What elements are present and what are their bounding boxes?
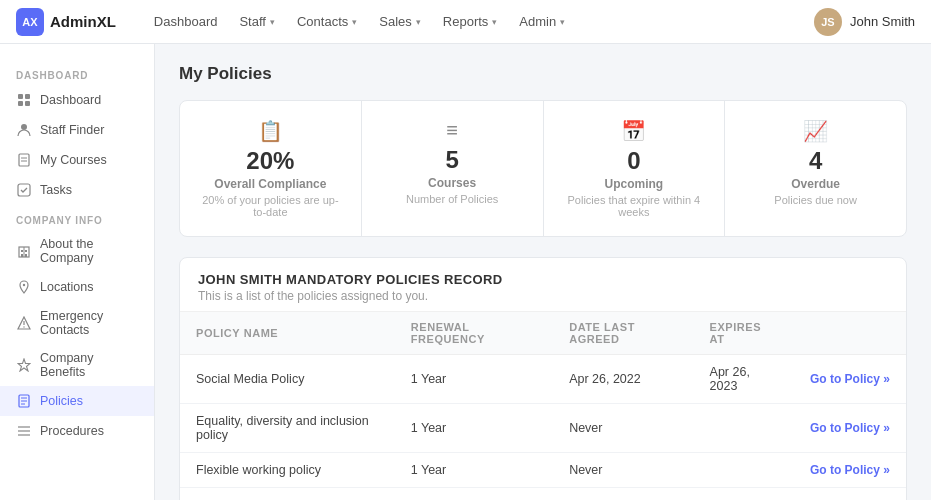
stat-sub-overdue: Policies due now (741, 194, 890, 206)
svg-rect-12 (25, 250, 27, 252)
svg-rect-0 (18, 94, 23, 99)
policies-table: POLICY NAME RENEWAL FREQUENCY DATE LAST … (180, 312, 906, 500)
svg-rect-11 (21, 250, 23, 252)
go-to-policy-button[interactable]: Go to Policy » (810, 421, 890, 435)
nav-staff[interactable]: Staff▾ (229, 0, 285, 44)
sidebar-item-staff-finder[interactable]: Staff Finder (0, 115, 154, 145)
sidebar-item-locations[interactable]: Locations (0, 272, 154, 302)
svg-point-15 (23, 284, 25, 286)
action-cell[interactable]: Go to Policy » (794, 488, 906, 501)
svg-marker-19 (18, 359, 30, 371)
svg-point-18 (23, 326, 24, 327)
stat-number-upcoming: 0 (560, 147, 709, 175)
svg-rect-5 (19, 154, 29, 166)
chevron-down-icon: ▾ (352, 17, 357, 27)
sidebar-section-dashboard: DASHBOARD (0, 60, 154, 85)
svg-rect-1 (25, 94, 30, 99)
policies-card: JOHN SMITH MANDATORY POLICIES RECORD Thi… (179, 257, 907, 500)
sidebar-item-company-benefits[interactable]: Company Benefits (0, 344, 154, 386)
stat-sub-upcoming: Policies that expire within 4 weeks (560, 194, 709, 218)
doc-icon (16, 393, 32, 409)
stat-label-compliance: Overall Compliance (196, 177, 345, 191)
nav-dashboard[interactable]: Dashboard (144, 0, 228, 44)
nav-admin[interactable]: Admin▾ (509, 0, 575, 44)
pin-icon (16, 279, 32, 295)
date-agreed-cell: Never (553, 404, 693, 453)
chevron-down-icon: ▾ (416, 17, 421, 27)
renewal-cell: 1 Year (395, 488, 553, 501)
renewal-cell: 1 Year (395, 404, 553, 453)
policy-name-cell: Equality, diversity and inclusion policy (180, 404, 395, 453)
logo-text: AdminXL (50, 13, 116, 30)
nav-contacts[interactable]: Contacts▾ (287, 0, 367, 44)
stat-label-overdue: Overdue (741, 177, 890, 191)
stat-label-upcoming: Upcoming (560, 177, 709, 191)
nav-sales[interactable]: Sales▾ (369, 0, 431, 44)
table-row: Flexible working policy 1 Year Never Go … (180, 453, 906, 488)
warning-icon (16, 315, 32, 331)
svg-rect-8 (18, 184, 30, 196)
action-cell[interactable]: Go to Policy » (794, 355, 906, 404)
policies-subtitle: This is a list of the policies assigned … (198, 289, 888, 303)
stat-number-compliance: 20% (196, 147, 345, 175)
action-cell[interactable]: Go to Policy » (794, 453, 906, 488)
policies-header: JOHN SMITH MANDATORY POLICIES RECORD Thi… (180, 258, 906, 312)
logo-icon: AX (16, 8, 44, 36)
col-header-action (794, 312, 906, 355)
svg-rect-3 (25, 101, 30, 106)
col-header-expires: EXPIRES AT (694, 312, 794, 355)
stat-card-compliance: 📋 20% Overall Compliance 20% of your pol… (180, 101, 362, 236)
upcoming-icon: 📅 (560, 119, 709, 143)
table-row: Equality, diversity and inclusion policy… (180, 404, 906, 453)
sidebar-item-emergency-contacts[interactable]: Emergency Contacts (0, 302, 154, 344)
stat-sub-courses: Number of Policies (378, 193, 527, 205)
sidebar: DASHBOARD Dashboard Staff Finder My Cour… (0, 44, 155, 500)
renewal-cell: 1 Year (395, 355, 553, 404)
table-row: Social Media Policy 1 Year Apr 26, 2022 … (180, 355, 906, 404)
policy-name-cell: Alcohol and drugs policy (180, 488, 395, 501)
svg-rect-13 (21, 254, 23, 257)
stat-number-overdue: 4 (741, 147, 890, 175)
grid-icon (16, 92, 32, 108)
expires-cell (694, 488, 794, 501)
check-icon (16, 182, 32, 198)
sidebar-item-policies[interactable]: Policies (0, 386, 154, 416)
svg-rect-2 (18, 101, 23, 106)
book-icon (16, 152, 32, 168)
sidebar-section-company: COMPANY INFO (0, 205, 154, 230)
action-cell[interactable]: Go to Policy » (794, 404, 906, 453)
user-area: JS John Smith (814, 8, 915, 36)
svg-point-4 (21, 124, 27, 130)
date-agreed-cell: Never (553, 488, 693, 501)
stat-card-upcoming: 📅 0 Upcoming Policies that expire within… (544, 101, 726, 236)
go-to-policy-button[interactable]: Go to Policy » (810, 463, 890, 477)
building-icon (16, 243, 32, 259)
date-agreed-cell: Never (553, 453, 693, 488)
sidebar-item-tasks[interactable]: Tasks (0, 175, 154, 205)
expires-cell: Apr 26, 2023 (694, 355, 794, 404)
col-header-policy-name: POLICY NAME (180, 312, 395, 355)
sidebar-item-my-courses[interactable]: My Courses (0, 145, 154, 175)
page-layout: DASHBOARD Dashboard Staff Finder My Cour… (0, 44, 931, 500)
stat-card-courses: ≡ 5 Courses Number of Policies (362, 101, 544, 236)
compliance-icon: 📋 (196, 119, 345, 143)
chevron-down-icon: ▾ (270, 17, 275, 27)
policy-name-cell: Flexible working policy (180, 453, 395, 488)
expires-cell (694, 404, 794, 453)
nav-items: Dashboard Staff▾ Contacts▾ Sales▾ Report… (144, 0, 814, 44)
chevron-down-icon: ▾ (492, 17, 497, 27)
person-icon (16, 122, 32, 138)
svg-rect-14 (25, 254, 27, 257)
list-icon (16, 423, 32, 439)
policies-title: JOHN SMITH MANDATORY POLICIES RECORD (198, 272, 888, 287)
sidebar-item-about-company[interactable]: About the Company (0, 230, 154, 272)
go-to-policy-button[interactable]: Go to Policy » (810, 372, 890, 386)
logo[interactable]: AX AdminXL (16, 8, 116, 36)
renewal-cell: 1 Year (395, 453, 553, 488)
sidebar-item-procedures[interactable]: Procedures (0, 416, 154, 446)
nav-reports[interactable]: Reports▾ (433, 0, 508, 44)
stats-row: 📋 20% Overall Compliance 20% of your pol… (179, 100, 907, 237)
star-icon (16, 357, 32, 373)
top-navigation: AX AdminXL Dashboard Staff▾ Contacts▾ Sa… (0, 0, 931, 44)
sidebar-item-dashboard[interactable]: Dashboard (0, 85, 154, 115)
